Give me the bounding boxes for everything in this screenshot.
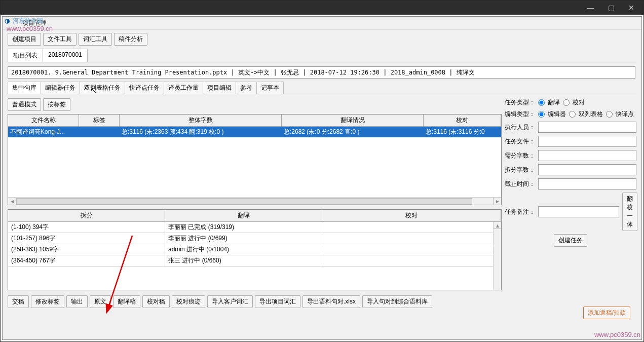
tab-dual-table[interactable]: 双列表格任务 (80, 82, 125, 94)
minimize-button[interactable]: — (581, 1, 601, 15)
review-traces-button[interactable]: 校对痕迹 (172, 295, 205, 308)
file-row-selected[interactable]: 不翻译词亮Kong-J... 总:3116 (未:2363 预:434 翻:31… (8, 127, 501, 137)
cell-review (322, 244, 501, 255)
col-trans-status[interactable]: 翻译情况 (282, 115, 424, 126)
file-list-table[interactable]: 文件名称 标签 整体字数 翻译情况 校对 不翻译词亮Kong-J... 总:31… (8, 114, 502, 205)
import-corpus-button[interactable]: 导入句对到综合语料库 (362, 295, 432, 308)
vertical-scrollbar[interactable]: ▴ (493, 222, 501, 290)
radio-task-proofread[interactable] (563, 99, 570, 106)
col-filename[interactable]: 文件名称 (8, 115, 79, 126)
close-button[interactable]: ✕ (621, 1, 641, 15)
cell-tags (79, 127, 120, 137)
task-file-label: 任务文件： (505, 137, 535, 146)
tab-notebook[interactable]: 记事本 (256, 82, 284, 94)
cell-split: (258-363) 1059字 (8, 244, 165, 255)
export-project-vocab-button[interactable]: 导出项目词汇 (255, 295, 300, 308)
menu-project-manage[interactable]: 项目管理 (22, 19, 47, 27)
source-button[interactable]: 原文 (90, 295, 111, 308)
radio-task-translate[interactable] (538, 99, 545, 106)
review-draft-button[interactable]: 校对稿 (142, 295, 170, 308)
right-pane: 任务类型： 翻译 校对 编辑类型： 编辑器 双列表格 快译点 执行人员： (505, 94, 636, 308)
tab-project-list[interactable]: 项目列表 (8, 49, 43, 62)
tab-reference[interactable]: 参考 (236, 82, 257, 94)
col-translate[interactable]: 翻译 (165, 210, 322, 221)
exec-person-label: 执行人员： (505, 123, 535, 132)
tab-translator-workload[interactable]: 译员工作量 (164, 82, 203, 94)
cell-split: (101-257) 896字 (8, 233, 165, 244)
radio-dual-label: 双列表格 (579, 110, 603, 119)
vocab-tools-button[interactable]: 词汇工具 (79, 33, 112, 46)
app-window: — ▢ ✕ ◑ 河东软件园 www.pc0359.cn www.pc0359.c… (0, 0, 644, 342)
create-task-button[interactable]: 创建任务 (554, 234, 587, 247)
manuscript-analysis-button[interactable]: 稿件分析 (114, 33, 147, 46)
menu-hidden (8, 19, 14, 27)
by-tag-button[interactable]: 按标签 (43, 98, 70, 111)
review-one-button[interactable]: 翻校一体 (622, 193, 637, 231)
cell-review (322, 233, 501, 244)
normal-mode-button[interactable]: 普通模式 (8, 98, 41, 111)
cell-translate: 李丽丽 进行中 (0/699) (165, 233, 322, 244)
tab-cluster-lib[interactable]: 集中句库 (8, 82, 41, 94)
cell-split: (1-100) 394字 (8, 222, 165, 233)
cell-translate: 张三 进行中 (0/660) (165, 255, 322, 266)
cell-review (322, 222, 501, 233)
deadline-input[interactable] (538, 178, 636, 189)
window-controls: — ▢ ✕ (581, 1, 641, 15)
radio-dual-table[interactable] (569, 111, 576, 118)
cell-total: 总:3116 (未:2363 预:434 翻:319 校:0 ) (120, 127, 282, 137)
table-row[interactable]: (101-257) 896字 李丽丽 进行中 (0/699) (8, 233, 501, 244)
radio-task-translate-label: 翻译 (548, 98, 560, 107)
radio-editor-label: 编辑器 (548, 110, 566, 119)
maximize-button[interactable]: ▢ (601, 1, 621, 15)
add-remark-deduct-button[interactable]: 添加返稿/扣款 (583, 307, 630, 319)
radio-task-proofread-label: 校对 (573, 98, 585, 107)
outer-tabs: 项目列表 2018070001 (8, 49, 636, 62)
tab-quick-trans[interactable]: 快译点任务 (125, 82, 164, 94)
radio-quick-trans[interactable] (606, 111, 613, 118)
edit-type-label: 编辑类型： (505, 110, 535, 119)
cell-review (322, 255, 501, 266)
menubar: 项目管理 (3, 17, 641, 30)
tab-project-edit[interactable]: 项目编辑 (203, 82, 236, 94)
cell-split: (364-450) 767字 (8, 255, 165, 266)
content-area: 项目管理 创建项目 文件工具 词汇工具 稿件分析 项目列表 2018070001… (2, 16, 642, 340)
deadline-label: 截止时间： (505, 180, 535, 188)
modify-tags-button[interactable]: 修改标签 (31, 295, 64, 308)
col-total-words[interactable]: 整体字数 (120, 115, 282, 126)
file-tools-button[interactable]: 文件工具 (43, 33, 77, 46)
split-words-label: 拆分字数： (505, 166, 535, 174)
titlebar: — ▢ ✕ (1, 1, 643, 15)
radio-editor[interactable] (538, 111, 545, 118)
tab-project-id[interactable]: 2018070001 (43, 49, 88, 62)
col-review[interactable]: 校对 (424, 115, 501, 126)
task-remark-input[interactable] (538, 206, 619, 217)
submit-draft-button[interactable]: 交稿 (8, 295, 29, 308)
need-words-input[interactable] (538, 150, 636, 161)
exec-person-input[interactable] (538, 122, 636, 133)
cell-translate: 李丽丽 已完成 (319/319) (165, 222, 322, 233)
col-split[interactable]: 拆分 (8, 210, 165, 221)
col-tags[interactable]: 标签 (79, 115, 120, 126)
trans-draft-button[interactable]: 翻译稿 (113, 295, 140, 308)
left-pane: 普通模式 按标签 文件名称 标签 整体字数 翻译情况 校对 不翻译词亮Kong-… (8, 94, 502, 308)
cell-trans: 总:2682 (未:0 分:2682 查:0 ) (282, 127, 424, 137)
bottom-toolbar: 交稿 修改标签 输出 原文 翻译稿 校对稿 校对痕迹 导入客户词汇 导出项目词汇… (8, 290, 502, 308)
col-sp-review[interactable]: 校对 (322, 210, 501, 221)
tab-editor-tasks[interactable]: 编辑器任务 (41, 82, 80, 94)
output-button[interactable]: 输出 (66, 295, 88, 308)
import-client-vocab-button[interactable]: 导入客户词汇 (207, 295, 253, 308)
toolbar: 创建项目 文件工具 词汇工具 稿件分析 (3, 30, 641, 49)
table-row[interactable]: (1-100) 394字 李丽丽 已完成 (319/319) (8, 222, 501, 233)
table-row[interactable]: (258-363) 1059字 admin 进行中 (0/1004) (8, 244, 501, 255)
export-corpus-xlsx-button[interactable]: 导出语料句对.xlsx (302, 295, 360, 308)
task-remark-label: 任务备注： (505, 208, 535, 216)
create-project-button[interactable]: 创建项目 (8, 33, 41, 46)
split-table[interactable]: 拆分 翻译 校对 (1-100) 394字 李丽丽 已完成 (319/319) … (8, 209, 502, 290)
radio-quick-label: 快译点 (616, 110, 634, 119)
project-path-input[interactable] (8, 66, 635, 79)
task-file-input[interactable] (538, 136, 636, 147)
split-words-input[interactable] (538, 164, 636, 175)
horizontal-scrollbar[interactable]: ◂ ▸ (8, 197, 501, 205)
table-row[interactable]: (364-450) 767字 张三 进行中 (0/660) (8, 255, 501, 267)
cell-review: 总:3116 (未:3116 分:0 (424, 127, 501, 137)
